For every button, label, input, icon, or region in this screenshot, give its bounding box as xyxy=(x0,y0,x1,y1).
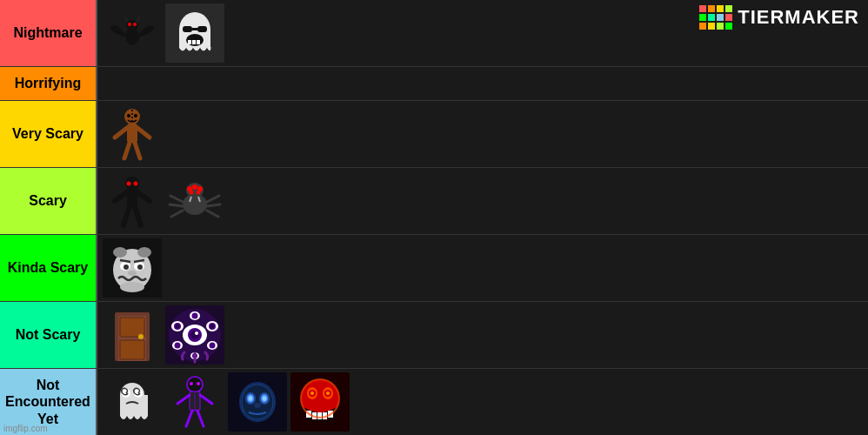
tier-label-not-scary: Not Scary xyxy=(0,302,97,368)
svg-point-130 xyxy=(326,392,330,395)
svg-point-71 xyxy=(138,334,144,339)
svg-point-8 xyxy=(134,23,136,25)
svg-point-2 xyxy=(126,20,138,30)
tiermaker-grid-icon xyxy=(699,5,732,30)
svg-point-60 xyxy=(124,264,129,270)
svg-rect-13 xyxy=(188,40,191,44)
tiermaker-text: TiERMAKER xyxy=(738,6,859,29)
imgflip-watermark: imgflip.com xyxy=(3,424,48,433)
tier-content-kinda-scary xyxy=(97,235,868,301)
tier-item-spiral-ghost xyxy=(103,372,162,432)
svg-point-80 xyxy=(176,325,180,329)
svg-point-77 xyxy=(195,331,198,335)
tier-row-not-encountered: Not Encountered Yet xyxy=(0,369,868,435)
svg-line-47 xyxy=(170,204,183,206)
svg-point-64 xyxy=(120,282,144,292)
tier-item-blue-mask xyxy=(228,372,287,432)
svg-point-44 xyxy=(190,191,194,195)
svg-rect-69 xyxy=(120,318,144,337)
tier-label-kinda-scary: Kinda Scary xyxy=(0,235,97,301)
tier-label-horrifying: Horrifying xyxy=(0,67,97,100)
tier-item-eye-creature xyxy=(165,305,224,365)
tier-label-very-scary: Very Scary xyxy=(0,101,97,167)
tier-item-troll-face xyxy=(103,238,162,298)
svg-point-28 xyxy=(134,114,137,117)
svg-point-37 xyxy=(134,182,138,186)
svg-point-56 xyxy=(113,247,127,258)
svg-point-116 xyxy=(254,403,261,408)
svg-rect-17 xyxy=(197,26,207,32)
tier-item-door xyxy=(103,305,162,365)
tier-list: TiERMAKER Nightmare xyxy=(0,0,868,435)
tier-item-grinning-face xyxy=(290,372,350,432)
svg-rect-15 xyxy=(197,40,200,44)
svg-point-104 xyxy=(190,382,193,385)
tier-row-very-scary: Very Scary xyxy=(0,101,868,168)
tier-label-scary: Scary xyxy=(0,168,97,234)
tier-item-shadow-figure xyxy=(103,171,162,231)
tier-row-not-scary: Not Scary xyxy=(0,302,868,369)
svg-point-45 xyxy=(197,191,201,195)
svg-rect-16 xyxy=(183,26,192,32)
svg-point-76 xyxy=(190,331,199,339)
svg-point-57 xyxy=(137,247,151,258)
tier-content-horrifying xyxy=(97,67,868,100)
tier-item-spider-creature xyxy=(165,171,224,231)
svg-point-85 xyxy=(175,343,181,349)
tier-item-ghost-mask xyxy=(165,3,224,63)
svg-point-7 xyxy=(129,23,130,25)
svg-line-50 xyxy=(207,204,220,206)
tier-item-bat-creature xyxy=(103,3,162,63)
svg-point-61 xyxy=(137,264,143,270)
svg-point-36 xyxy=(127,182,131,186)
svg-rect-70 xyxy=(120,340,144,359)
tier-content-not-scary xyxy=(97,302,868,368)
svg-point-42 xyxy=(192,184,197,190)
svg-rect-18 xyxy=(192,28,197,30)
svg-point-83 xyxy=(210,325,215,329)
tier-row-kinda-scary: Kinda Scary xyxy=(0,235,868,302)
svg-point-87 xyxy=(210,343,216,349)
svg-point-65 xyxy=(128,271,137,276)
svg-point-114 xyxy=(249,396,253,401)
tiermaker-logo: TiERMAKER xyxy=(699,5,859,30)
tier-content-very-scary xyxy=(97,101,868,167)
tier-item-ragdoll xyxy=(103,104,162,164)
svg-point-105 xyxy=(197,382,200,385)
tier-row-horrifying: Horrifying xyxy=(0,67,868,101)
svg-point-27 xyxy=(127,114,130,117)
svg-point-98 xyxy=(187,377,203,392)
svg-point-115 xyxy=(263,396,267,401)
tier-content-not-encountered xyxy=(97,369,868,435)
tier-label-nightmare: Nightmare xyxy=(0,0,97,66)
tier-row-scary: Scary xyxy=(0,168,868,235)
tier-item-dark-figure xyxy=(165,372,224,432)
svg-point-129 xyxy=(310,392,314,395)
tier-content-scary xyxy=(97,168,868,234)
svg-rect-14 xyxy=(192,40,196,44)
svg-point-89 xyxy=(192,313,198,319)
